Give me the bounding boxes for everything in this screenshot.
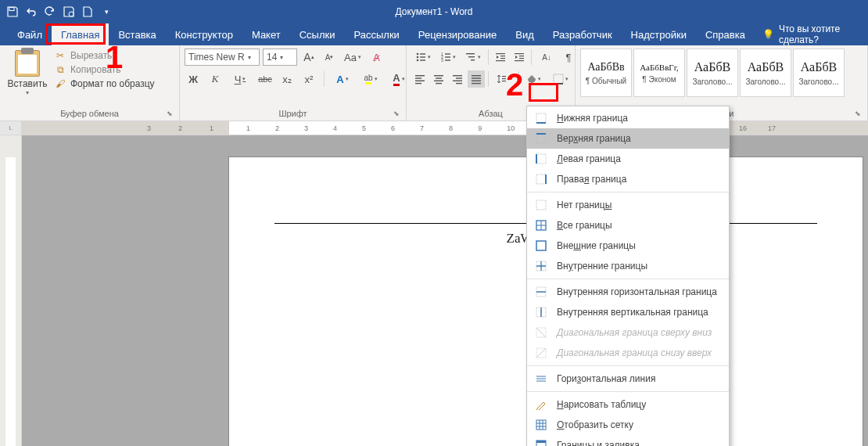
tab-design[interactable]: Конструктор — [166, 23, 242, 45]
ribbon-tabs: Файл Главная Вставка Конструктор Макет С… — [0, 23, 868, 45]
svg-rect-38 — [472, 77, 481, 78]
style-normal[interactable]: АаБбВв¶ Обычный — [580, 49, 632, 97]
border-all-item[interactable]: Все границы — [527, 215, 729, 236]
tell-me-search[interactable]: 💡 Что вы хотите сделать? — [755, 23, 868, 45]
pencil-icon — [535, 398, 547, 411]
subscript-button[interactable]: x₂ — [278, 70, 296, 88]
borders-button[interactable]: ▾ — [547, 70, 574, 88]
undo-icon[interactable] — [23, 4, 39, 20]
tab-view[interactable]: Вид — [506, 23, 543, 45]
svg-rect-48 — [536, 134, 546, 143]
align-left-button[interactable] — [411, 70, 429, 88]
save-icon[interactable] — [5, 4, 20, 20]
save-as-icon[interactable] — [61, 4, 77, 20]
border-top-icon — [535, 132, 547, 145]
align-center-button[interactable] — [430, 70, 447, 88]
svg-rect-3 — [420, 53, 425, 54]
draw-table-item[interactable]: Нарисовать таблицу — [527, 394, 729, 415]
tab-mailings[interactable]: Рассылки — [344, 23, 408, 45]
vertical-ruler[interactable] — [0, 135, 22, 446]
tab-addins[interactable]: Надстройки — [622, 23, 696, 45]
horizontal-line-item[interactable]: Горизонтальная линия — [527, 369, 729, 389]
font-launcher-icon[interactable]: ⬊ — [392, 110, 401, 119]
style-econom[interactable]: АаБбВвГг,¶ Эконом — [633, 49, 685, 97]
tab-home[interactable]: Главная — [52, 23, 109, 45]
tab-developer[interactable]: Разработчик — [543, 23, 622, 45]
style-heading3[interactable]: АаБбВЗаголово... — [793, 49, 845, 97]
borders-dialog-item[interactable]: Границы и заливка... — [527, 435, 729, 446]
svg-rect-29 — [434, 75, 443, 76]
show-marks-button[interactable]: ¶ — [560, 49, 577, 66]
shading-button[interactable]: ▾ — [522, 70, 546, 88]
highlight-button[interactable]: ab▾ — [359, 70, 382, 88]
svg-rect-42 — [502, 78, 506, 79]
svg-rect-44 — [554, 74, 563, 84]
qat-customize-icon[interactable]: ▾ — [99, 4, 114, 20]
numbering-button[interactable]: 123▾ — [436, 49, 460, 66]
style-heading2[interactable]: АаБбВЗаголово... — [740, 49, 791, 97]
underline-button[interactable]: Ч▾ — [228, 70, 252, 88]
sort-button[interactable]: A↓ — [535, 49, 558, 66]
cut-button[interactable]: ✂ Вырезать — [55, 50, 172, 61]
font-name-combo[interactable]: Times New R▾ — [185, 49, 260, 66]
align-right-button[interactable] — [449, 70, 466, 88]
svg-rect-0 — [9, 8, 14, 11]
bullets-button[interactable]: ▾ — [411, 49, 435, 66]
font-size-combo[interactable]: 14▾ — [263, 49, 297, 66]
shrink-font-button[interactable]: A▾ — [321, 49, 338, 66]
borders-dialog-icon — [535, 439, 547, 446]
svg-rect-11 — [445, 56, 450, 57]
line-spacing-button[interactable]: ▾ — [492, 70, 515, 88]
grow-font-button[interactable]: A▴ — [300, 49, 317, 66]
tab-review[interactable]: Рецензирование — [409, 23, 506, 45]
tab-insert[interactable]: Вставка — [109, 23, 165, 45]
strikethrough-button[interactable]: abc — [256, 70, 274, 88]
border-left-item[interactable]: Левая граница — [527, 149, 729, 169]
redo-icon[interactable] — [42, 4, 58, 20]
border-none-icon — [535, 199, 547, 211]
superscript-button[interactable]: x² — [300, 70, 317, 88]
increase-indent-button[interactable] — [511, 49, 528, 66]
horizontal-ruler[interactable]: L 321 12345678910111213 14151617 — [0, 121, 868, 135]
border-inside-item[interactable]: Внутренние границы — [527, 256, 729, 276]
decrease-indent-button[interactable] — [492, 49, 509, 66]
border-diag-down-item: Диагональная граница сверху вниз — [527, 322, 729, 343]
border-right-item[interactable]: Правая граница — [527, 169, 729, 189]
tab-help[interactable]: Справка — [696, 23, 755, 45]
clipboard-launcher-icon[interactable]: ⬊ — [165, 110, 174, 119]
format-painter-button[interactable]: 🖌 Формат по образцу — [55, 78, 172, 89]
multilevel-button[interactable]: ▾ — [461, 49, 485, 66]
paste-button[interactable]: Вставить ▾ — [5, 49, 50, 96]
border-inside-h-item[interactable]: Внутренняя горизонтальная граница — [527, 282, 729, 302]
border-outside-icon — [535, 239, 547, 252]
border-outside-item[interactable]: Внешние границы — [527, 236, 729, 256]
border-all-icon — [535, 219, 547, 232]
quick-access-toolbar: ▾ — [5, 4, 114, 20]
change-case-button[interactable]: Aa▾ — [341, 49, 364, 66]
styles-launcher-icon[interactable]: ⬊ — [853, 110, 863, 119]
tab-layout[interactable]: Макет — [242, 23, 290, 45]
clipboard-icon — [15, 50, 40, 77]
justify-button[interactable] — [468, 70, 485, 88]
tab-file[interactable]: Файл — [8, 23, 52, 45]
clear-formatting-button[interactable]: A̷ — [368, 49, 385, 66]
tab-references[interactable]: Ссылки — [290, 23, 345, 45]
text-effects-button[interactable]: A▾ — [331, 70, 354, 88]
paintbrush-icon: 🖌 — [55, 78, 66, 89]
bold-button[interactable]: Ж — [185, 70, 202, 88]
view-gridlines-item[interactable]: Отобразить сетку — [527, 415, 729, 435]
border-none-item[interactable]: Нет границы — [527, 195, 729, 215]
style-heading1[interactable]: АаБбВЗаголово... — [687, 49, 738, 97]
title-bar: ▾ Документ1 - Word — [0, 0, 868, 23]
svg-rect-37 — [472, 75, 481, 76]
svg-rect-15 — [468, 56, 475, 57]
italic-button[interactable]: К — [206, 70, 224, 88]
new-doc-icon[interactable] — [80, 4, 95, 20]
border-bottom-item[interactable]: ННижняя границаижняя граница — [527, 108, 729, 128]
border-top-item[interactable]: Верхняя граница — [527, 128, 729, 149]
copy-button[interactable]: ⧉ Копировать — [55, 64, 172, 75]
svg-text:3: 3 — [441, 58, 443, 63]
border-inside-v-item[interactable]: Внутренняя вертикальная граница — [527, 302, 729, 322]
svg-rect-25 — [415, 75, 425, 76]
svg-rect-53 — [545, 174, 547, 184]
